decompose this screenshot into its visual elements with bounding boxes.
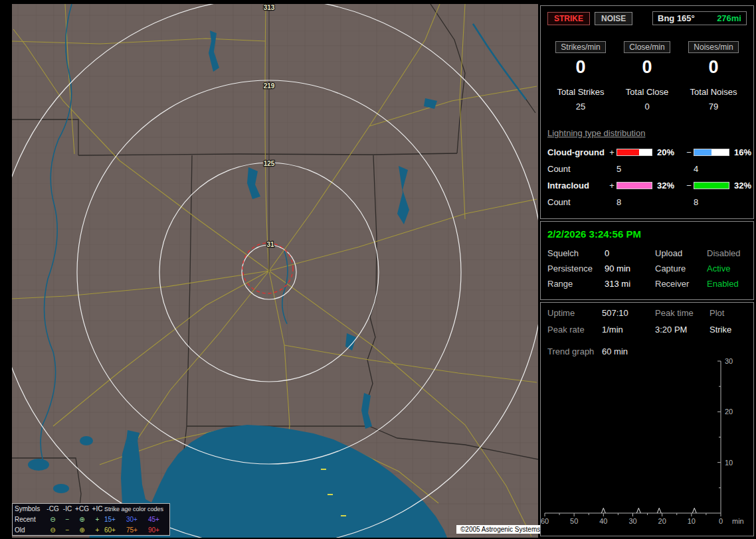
sidebar: STRIKE NOISE Bng 165° 276mi Strikes/min … xyxy=(540,5,754,536)
legend-age-title: Strike age color codes xyxy=(104,504,169,514)
copyright-badge: ©2005 Astrogenic Systems xyxy=(456,525,544,534)
close-per-min-column: Close/min 0 Total Close 0 xyxy=(614,41,680,112)
intracloud-count-row: Count 8 8 xyxy=(547,193,747,210)
cloud-ground-plus-pct: 20% xyxy=(654,147,684,157)
range-value: 313 mi xyxy=(605,279,655,289)
distribution-row-intracloud: Intracloud + 32% − 32% xyxy=(547,177,747,193)
legend-age-60: 60+ xyxy=(104,526,126,535)
pos-ic-recent-icon: + xyxy=(90,515,104,524)
trend-graph-label: Trend graph xyxy=(547,346,602,356)
range-label-219: 219 xyxy=(264,82,275,90)
squelch-label: Squelch xyxy=(547,248,605,258)
noises-per-min-value: 0 xyxy=(680,57,747,78)
svg-text:20: 20 xyxy=(725,408,733,416)
upload-label: Upload xyxy=(655,248,707,258)
neg-cg-old-icon: ⊖ xyxy=(45,526,61,535)
plot-value: Strike xyxy=(709,325,747,335)
mode-row: STRIKE NOISE Bng 165° 276mi xyxy=(547,11,747,25)
strikes-per-min-value: 0 xyxy=(547,57,614,78)
count-label: Count xyxy=(547,164,607,174)
rate-counters: Strikes/min 0 Total Strikes 25 Close/min… xyxy=(547,41,747,112)
status-panel: 2/2/2026 3:24:56 PM Squelch 0 Upload Dis… xyxy=(540,221,754,300)
distribution-title: Lightning type distribution xyxy=(547,128,747,138)
legend-age-75: 75+ xyxy=(126,526,148,535)
intracloud-plus-bar xyxy=(616,182,652,189)
intracloud-plus-pct: 32% xyxy=(654,181,684,191)
svg-text:20: 20 xyxy=(658,517,666,525)
svg-text:min: min xyxy=(732,517,744,525)
legend-row-recent-label: Recent xyxy=(15,515,45,524)
status-grid: Squelch 0 Upload Disabled Persistence 90… xyxy=(547,248,747,289)
cloud-ground-minus-count: 4 xyxy=(694,164,731,174)
cloud-ground-plus-bar-fill xyxy=(617,149,639,155)
svg-text:10: 10 xyxy=(688,517,696,525)
radar-map-area[interactable]: 313 219 125 31 Symbols -CG -IC +CG +IC S… xyxy=(0,0,539,539)
uptime-label: Uptime xyxy=(547,308,602,318)
lightning-map[interactable]: 313 219 125 31 xyxy=(0,0,539,539)
bearing-readout: Bng 165° 276mi xyxy=(652,11,747,25)
svg-text:10: 10 xyxy=(725,459,733,467)
noises-per-min-column: Noises/min 0 Total Noises 79 xyxy=(680,41,747,112)
strikes-per-min-badge: Strikes/min xyxy=(555,41,605,53)
cloud-ground-plus-bar xyxy=(616,149,652,156)
receiver-status: Enabled xyxy=(707,279,747,289)
intracloud-minus-bar-fill xyxy=(694,183,729,189)
legend-header-symbols: Symbols xyxy=(15,504,45,514)
svg-text:30: 30 xyxy=(725,358,733,365)
close-per-min-value: 0 xyxy=(614,57,680,78)
noise-mode-button[interactable]: NOISE xyxy=(595,12,632,25)
intracloud-plus-count: 8 xyxy=(616,197,654,207)
total-close-label: Total Close xyxy=(614,87,680,97)
trend-chart: 6050403020100min302010 xyxy=(541,358,753,536)
svg-text:0: 0 xyxy=(719,517,723,525)
svg-text:40: 40 xyxy=(599,517,607,525)
trend-info-grid: Uptime 507:10 Peak time Plot Peak rate 1… xyxy=(547,308,747,335)
cloud-ground-minus-bar xyxy=(694,149,729,156)
capture-label: Capture xyxy=(655,264,707,273)
total-close-value: 0 xyxy=(614,102,680,112)
close-per-min-badge: Close/min xyxy=(624,41,670,53)
cloud-ground-plus-count: 5 xyxy=(616,164,654,174)
cloud-ground-label: Cloud-ground xyxy=(547,147,607,157)
distribution-row-cloud-ground: Cloud-ground + 20% − 16% xyxy=(547,144,747,160)
legend-row-old-label: Old xyxy=(15,526,45,535)
intracloud-plus-bar-fill xyxy=(617,183,652,189)
peak-rate-label: Peak rate xyxy=(547,325,602,335)
neg-ic-old-icon: − xyxy=(61,526,74,535)
intracloud-minus-count: 8 xyxy=(694,197,731,207)
strike-mode-button[interactable]: STRIKE xyxy=(547,12,590,25)
intracloud-minus-bar xyxy=(694,182,729,189)
legend-age-45: 45+ xyxy=(148,515,169,524)
pos-cg-recent-icon: ⊕ xyxy=(74,515,90,524)
intracloud-minus-pct: 32% xyxy=(731,181,751,191)
noises-per-min-badge: Noises/min xyxy=(688,41,738,53)
cloud-ground-minus-pct: 16% xyxy=(731,147,751,157)
legend-header-pos-ic: +IC xyxy=(90,504,104,514)
persistence-value: 90 min xyxy=(605,264,655,273)
minus-sign: − xyxy=(684,181,694,191)
total-noises-value: 79 xyxy=(680,102,747,112)
trend-graph-window: 60 min xyxy=(602,346,747,356)
count-label: Count xyxy=(547,197,607,207)
pos-ic-old-icon: + xyxy=(90,526,104,535)
peak-time-value: 3:20 PM xyxy=(655,325,709,335)
strikes-per-min-column: Strikes/min 0 Total Strikes 25 xyxy=(547,41,614,112)
svg-text:60: 60 xyxy=(541,517,549,525)
range-label-313: 313 xyxy=(264,4,275,11)
legend-age-30: 30+ xyxy=(126,515,148,524)
neg-cg-recent-icon: ⊖ xyxy=(45,515,61,524)
plot-label: Plot xyxy=(709,308,747,318)
svg-text:50: 50 xyxy=(570,517,578,525)
legend-age-90: 90+ xyxy=(148,526,169,535)
uptime-value: 507:10 xyxy=(602,308,655,318)
capture-status: Active xyxy=(707,264,747,273)
peak-rate-value: 1/min xyxy=(602,325,655,335)
bearing-label: Bng 165° xyxy=(658,13,695,23)
upload-status: Disabled xyxy=(707,248,747,258)
range-label: Range xyxy=(547,279,605,289)
squelch-value: 0 xyxy=(605,248,655,258)
svg-text:30: 30 xyxy=(628,517,636,525)
total-noises-label: Total Noises xyxy=(680,87,747,97)
pos-cg-old-icon: ⊕ xyxy=(74,526,90,535)
stats-panel: STRIKE NOISE Bng 165° 276mi Strikes/min … xyxy=(540,5,754,219)
